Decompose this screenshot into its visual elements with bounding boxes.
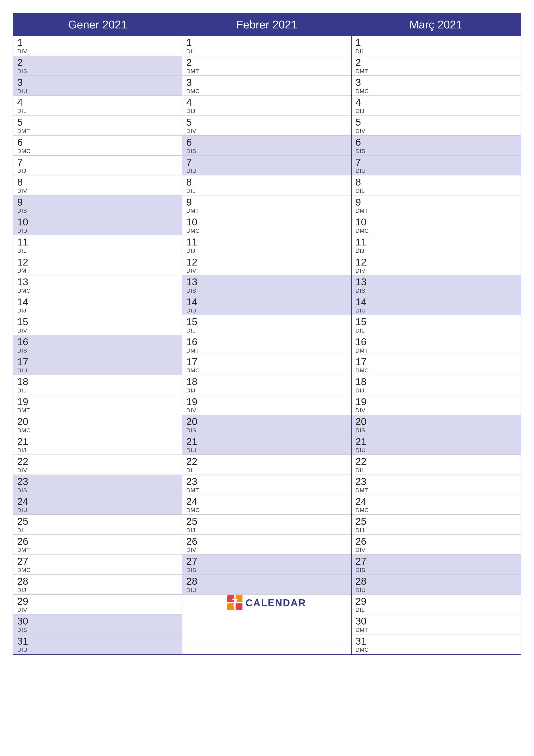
day-number: 3 <box>17 77 178 88</box>
day-row: 23DMT <box>182 475 351 495</box>
day-row: 30DIS <box>13 614 182 634</box>
day-number: 2 <box>355 57 517 68</box>
day-name: DIJ <box>17 447 178 454</box>
day-number: 1 <box>355 37 517 48</box>
day-row: 6DMC <box>13 136 182 156</box>
day-name: DMC <box>355 367 517 374</box>
day-name: DIV <box>186 128 347 134</box>
day-number: 23 <box>355 476 517 487</box>
day-row: 19DIV <box>352 395 521 415</box>
day-name: DMT <box>186 207 347 214</box>
day-name: DIJ <box>355 527 517 534</box>
day-name: DIU <box>17 367 178 374</box>
day-number: 22 <box>186 456 347 467</box>
day-name: DIL <box>17 108 178 115</box>
day-number: 2 <box>186 57 347 68</box>
day-name: DIS <box>355 148 517 154</box>
day-number: 5 <box>186 117 347 128</box>
day-row: 11DIJ <box>352 235 521 256</box>
day-number: 11 <box>17 237 178 248</box>
day-number: 14 <box>355 297 517 308</box>
day-name: DIV <box>355 128 517 134</box>
day-name: DMC <box>355 647 517 653</box>
day-name: DIS <box>186 148 347 154</box>
day-name: DIL <box>355 607 517 613</box>
day-name: DMT <box>355 487 517 494</box>
day-number: 9 <box>186 197 347 208</box>
day-name: DMT <box>355 347 517 354</box>
day-name: DIL <box>17 248 178 254</box>
day-row: 15DIV <box>13 315 182 335</box>
day-number: 27 <box>186 556 347 567</box>
logo-row: 7 CALENDAR <box>182 595 351 611</box>
day-number: 12 <box>355 257 517 268</box>
day-row: 26DIV <box>352 535 521 555</box>
day-name: DIJ <box>186 108 347 115</box>
day-number: 24 <box>355 496 517 507</box>
day-number: 13 <box>186 277 347 287</box>
day-number: 5 <box>355 117 517 128</box>
day-name: DIV <box>186 407 347 414</box>
day-number: 12 <box>186 257 347 268</box>
day-name: DMC <box>186 228 347 234</box>
day-name: DMC <box>355 507 517 514</box>
day-row: 27DIS <box>352 554 521 575</box>
day-row: 9DMT <box>182 196 351 216</box>
month-header-marc: Març 2021 <box>352 14 521 36</box>
day-number: 25 <box>355 516 517 527</box>
day-name: DIL <box>355 467 517 474</box>
day-row: 28DIJ <box>13 575 182 595</box>
day-name: DMC <box>355 228 517 234</box>
day-number: 29 <box>17 596 178 607</box>
day-row: 12DIV <box>352 256 521 275</box>
day-name: DMC <box>186 507 347 514</box>
day-number: 22 <box>17 456 178 467</box>
day-row: 29DIL <box>352 595 521 615</box>
empty-row <box>182 628 351 645</box>
day-number: 28 <box>17 576 178 587</box>
day-number: 9 <box>355 197 517 208</box>
day-row: 5DIV <box>352 116 521 136</box>
day-row: 25DIJ <box>352 515 521 535</box>
day-number: 19 <box>186 396 347 407</box>
day-row: 18DIL <box>13 375 182 395</box>
day-number: 1 <box>186 37 347 48</box>
day-row: 14DIU <box>352 295 521 315</box>
day-name: DIU <box>17 507 178 514</box>
day-row: 2DMT <box>182 56 351 76</box>
day-number: 8 <box>186 177 347 188</box>
day-row: 1DIV <box>13 36 182 56</box>
day-name: DIV <box>355 267 517 274</box>
day-number: 14 <box>17 297 178 308</box>
day-name: DMT <box>17 128 178 134</box>
day-row: 4DIJ <box>352 96 521 116</box>
day-number: 11 <box>186 237 347 248</box>
day-name: DIV <box>186 547 347 554</box>
day-number: 24 <box>17 496 178 507</box>
day-row: 31DMC <box>352 634 521 655</box>
day-name: DIV <box>355 547 517 554</box>
day-number: 4 <box>186 97 347 108</box>
svg-text:7: 7 <box>232 596 238 609</box>
day-number: 17 <box>186 357 347 367</box>
day-number: 16 <box>17 337 178 347</box>
day-name: DIV <box>17 327 178 334</box>
day-row: 21DIU <box>352 435 521 455</box>
day-name: DIS <box>186 287 347 294</box>
day-name: DIL <box>355 188 517 194</box>
day-name: DIU <box>355 307 517 314</box>
day-row: 12DMT <box>13 256 182 275</box>
day-row: 22DIL <box>182 455 351 475</box>
day-number: 7 <box>186 157 347 168</box>
day-row: 26DMT <box>13 535 182 555</box>
day-number: 26 <box>17 536 178 547</box>
day-row: 13DIS <box>352 275 521 295</box>
day-number: 10 <box>186 217 347 228</box>
day-row: 17DMC <box>352 355 521 375</box>
day-row: 11DIJ <box>182 235 351 256</box>
day-name: DIV <box>355 407 517 414</box>
day-number: 18 <box>186 376 347 387</box>
day-row: 11DIL <box>13 235 182 256</box>
day-name: DIL <box>355 48 517 55</box>
day-row: 20DIS <box>182 415 351 435</box>
